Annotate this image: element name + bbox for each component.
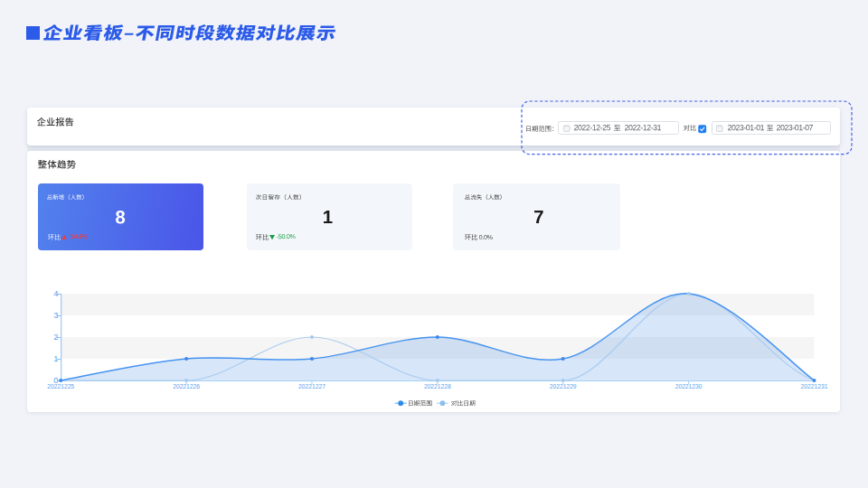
- svg-text:20221231: 20221231: [801, 383, 828, 389]
- svg-text:4: 4: [53, 289, 58, 298]
- svg-text:20221227: 20221227: [298, 383, 326, 389]
- svg-text:1: 1: [53, 354, 58, 363]
- svg-text:20221226: 20221226: [173, 383, 200, 389]
- svg-text:3: 3: [53, 311, 58, 320]
- svg-text:20221225: 20221225: [47, 383, 74, 389]
- svg-text:20221228: 20221228: [424, 383, 451, 389]
- svg-text:20221230: 20221230: [675, 383, 703, 389]
- svg-text:2: 2: [53, 333, 58, 342]
- svg-text:20221229: 20221229: [550, 383, 577, 389]
